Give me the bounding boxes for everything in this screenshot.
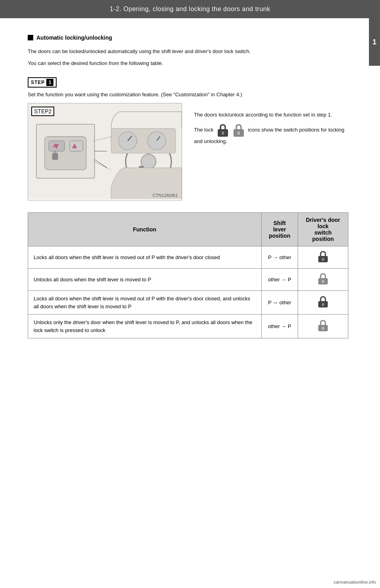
shift-cell-4: other → P	[261, 315, 298, 338]
table-header-function: Function	[28, 213, 262, 246]
function-table: Function Shift leverposition Driver's do…	[28, 212, 348, 338]
section-header: Automatic locking/unlocking	[28, 34, 348, 42]
step2-text2: The lock icons show t	[194, 123, 348, 146]
step2-badge: STEP 2	[31, 107, 54, 116]
svg-rect-29	[238, 132, 240, 135]
svg-rect-31	[322, 258, 324, 261]
function-cell-1: Locks all doors when the shift lever is …	[28, 246, 262, 269]
svg-point-18	[148, 132, 166, 150]
function-cell-3: Locks all doors when the shift lever is …	[28, 291, 262, 315]
shift-cell-3: P ↔ other	[261, 291, 298, 315]
table-row: Unlocks all doors when the shift lever i…	[28, 269, 348, 291]
locked-icon	[217, 123, 229, 137]
svg-rect-35	[322, 303, 324, 306]
footer-url: carmanualsonline.info	[334, 580, 376, 584]
unlocked-icon	[232, 123, 245, 137]
shift-cell-1: P → other	[261, 246, 298, 269]
table-header-lock: Driver's door lockswitch position	[298, 213, 348, 246]
svg-rect-6	[70, 141, 83, 151]
step1-badge: STEP 1	[28, 77, 57, 88]
svg-rect-37	[322, 327, 324, 330]
section-bullet	[28, 35, 33, 40]
svg-rect-33	[322, 280, 324, 283]
lock-cell-1	[298, 246, 348, 269]
step1-text: Set the function you want using the cust…	[28, 91, 348, 99]
function-cell-4: Unlocks only the driver's door when the …	[28, 315, 262, 338]
step2-right-content: The doors lock/unlock according to the f…	[194, 103, 348, 150]
step2-layout: STEP 2	[28, 103, 348, 200]
footer: carmanualsonline.info	[301, 576, 380, 588]
lock-state-icon-3	[317, 296, 329, 308]
header-title: 1-2. Opening, closing and locking the do…	[110, 6, 270, 13]
description2: You can select the desired function from…	[28, 59, 348, 68]
lock-state-icon-4	[317, 319, 329, 332]
lock-state-icon-2	[317, 273, 329, 285]
image-code: CTN12AI061	[152, 193, 178, 198]
table-row: Locks all doors when the shift lever is …	[28, 246, 348, 269]
page-header: 1-2. Opening, closing and locking the do…	[0, 0, 380, 18]
table-row: Unlocks only the driver's door when the …	[28, 315, 348, 338]
table-row: Locks all doors when the shift lever is …	[28, 291, 348, 315]
table-header-shift: Shift leverposition	[261, 213, 298, 246]
lock-icons-inline	[217, 123, 245, 137]
lock-cell-4	[298, 315, 348, 338]
lock-cell-3	[298, 291, 348, 315]
lock-cell-2	[298, 269, 348, 291]
svg-rect-8	[52, 153, 58, 160]
step2-image: STEP 2	[28, 103, 182, 200]
car-interior-illustration	[28, 103, 182, 199]
section-title: Automatic locking/unlocking	[36, 34, 112, 42]
svg-rect-27	[222, 132, 224, 135]
step2-text1: The doors lock/unlock according to the f…	[194, 111, 348, 119]
shift-cell-2: other → P	[261, 269, 298, 291]
chapter-tab: 1	[369, 18, 380, 66]
main-content: Automatic locking/unlocking The doors ca…	[0, 18, 372, 362]
description1: The doors can be locked/unlocked automat…	[28, 48, 348, 56]
function-cell-2: Unlocks all doors when the shift lever i…	[28, 269, 262, 291]
lock-state-icon-1	[317, 250, 329, 263]
